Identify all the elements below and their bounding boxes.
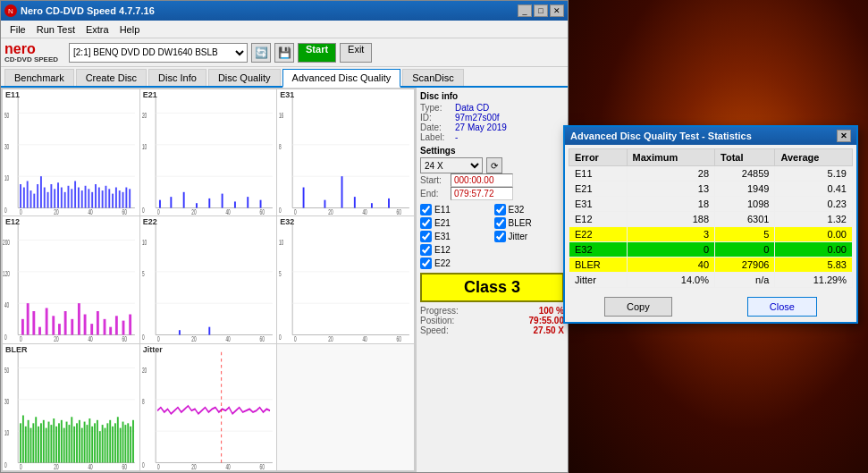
svg-rect-162 [46,427,47,462]
cb-e22-label: E22 [434,258,451,268]
disc-date-value: 27 May 2019 [455,122,507,132]
cb-bler: BLER [494,217,565,229]
svg-rect-168 [61,419,63,462]
end-value: 079:57.72 [451,187,513,200]
tab-create-disc[interactable]: Create Disc [76,69,147,86]
chart-e22-svg: 0 5 10 0 20 40 60 [140,216,277,342]
svg-rect-23 [54,189,55,207]
stats-header-average: Average [775,149,853,166]
cb-e21-input[interactable] [420,217,432,229]
settings-section: Settings 24 X ⟳ Start: 000:00.00 End: 07… [420,146,564,200]
stats-cell-4-3: 0.00 [775,227,853,242]
stats-close-button[interactable]: Close [747,297,817,317]
svg-rect-17 [33,194,35,208]
speed-value: 27.50 X [534,325,564,335]
svg-text:40: 40 [363,334,367,342]
cb-e22-input[interactable] [420,258,432,269]
svg-text:0: 0 [294,207,297,215]
svg-rect-33 [88,189,89,207]
svg-rect-105 [71,319,73,335]
disc-info-section: Disc info Type: Data CD ID: 97m27s00f Da… [420,91,564,142]
menu-extra[interactable]: Extra [80,23,114,36]
cb-jitter-input[interactable] [494,231,506,242]
stats-dialog-close-btn[interactable]: ✕ [837,130,851,142]
menu-run-test[interactable]: Run Test [31,23,80,36]
stats-copy-button[interactable]: Copy [604,297,672,317]
cb-e11-input[interactable] [420,204,432,215]
svg-rect-101 [46,308,48,335]
cb-e21: E21 [420,217,491,229]
stats-cell-3-0: E12 [569,212,628,227]
tab-scandisc[interactable]: ScanDisc [402,69,463,86]
svg-rect-60 [182,192,184,208]
svg-text:8: 8 [279,143,282,152]
cb-bler-input[interactable] [494,217,506,229]
svg-rect-194 [127,423,129,462]
svg-rect-61 [196,203,198,207]
svg-rect-64 [234,201,236,207]
window-controls: _ □ ✕ [518,4,564,17]
maximize-button[interactable]: □ [534,4,548,17]
svg-text:60: 60 [122,334,127,342]
svg-text:40: 40 [363,207,367,215]
svg-text:120: 120 [3,270,10,279]
start-button[interactable]: Start [298,43,336,63]
svg-rect-65 [247,197,249,207]
svg-rect-19 [40,176,42,207]
disc-label-value: - [455,132,458,142]
tab-disc-info[interactable]: Disc Info [148,69,206,86]
speed-refresh-btn[interactable]: ⟳ [486,157,502,173]
stats-cell-4-2: 5 [715,227,775,242]
cb-e31-input[interactable] [420,231,432,242]
svg-text:200: 200 [3,239,10,248]
speed-select[interactable]: 24 X [420,157,483,173]
drive-icon-button[interactable]: 🔄 [251,43,271,63]
stats-cell-5-1: 0 [627,242,715,258]
svg-rect-106 [78,303,80,334]
menu-file[interactable]: File [4,23,31,36]
svg-text:0: 0 [142,206,145,215]
cb-e32-input[interactable] [494,204,506,215]
svg-rect-169 [63,427,65,462]
svg-rect-41 [115,188,117,208]
svg-rect-159 [38,427,39,463]
svg-rect-172 [71,417,72,462]
position-row: Position: 79:55.00 [420,316,564,325]
svg-text:60: 60 [397,334,401,342]
stats-cell-7-1: 14.0% [627,273,715,288]
disc-label-label: Label: [420,132,451,142]
svg-rect-104 [64,311,67,334]
close-button[interactable]: ✕ [550,4,564,17]
cb-e12: E12 [420,244,491,256]
chart-e32: E32 0 5 10 0 20 40 60 [277,216,414,342]
stats-table: Error Maximum Total Average E1128248595.… [569,148,853,288]
stats-cell-0-1: 28 [627,166,715,182]
disc-type-label: Type: [420,103,451,113]
svg-text:16: 16 [279,111,283,120]
tab-disc-quality[interactable]: Disc Quality [208,69,281,86]
exit-button[interactable]: Exit [340,43,372,63]
menu-bar: File Run Test Extra Help [1,21,568,38]
cb-bler-label: BLER [509,218,532,228]
svg-text:20: 20 [54,334,58,342]
cb-e12-input[interactable] [420,244,432,256]
minimize-button[interactable]: _ [518,4,532,17]
app-window: N Nero CD-DVD Speed 4.7.7.16 _ □ ✕ File … [0,0,569,473]
svg-rect-174 [76,423,78,462]
svg-text:20: 20 [142,111,147,120]
title-bar: N Nero CD-DVD Speed 4.7.7.16 _ □ ✕ [1,1,568,21]
stats-title: Advanced Disc Quality Test - Statistics [570,131,752,141]
drive-select[interactable]: [2:1] BENQ DVD DD DW1640 BSLB [69,43,248,63]
progress-label: Progress: [420,306,459,316]
svg-text:0: 0 [157,334,160,342]
cb-jitter: Jitter [494,231,565,242]
tab-advanced-disc-quality[interactable]: Advanced Disc Quality [282,69,401,88]
svg-rect-186 [106,423,108,462]
menu-help[interactable]: Help [114,23,146,36]
chart-jitter-label: Jitter [143,345,163,354]
tab-benchmark[interactable]: Benchmark [4,69,74,86]
svg-rect-177 [84,421,86,462]
svg-rect-22 [50,184,52,207]
stats-cell-7-3: 11.29% [775,273,853,288]
save-icon-button[interactable]: 💾 [274,43,294,63]
